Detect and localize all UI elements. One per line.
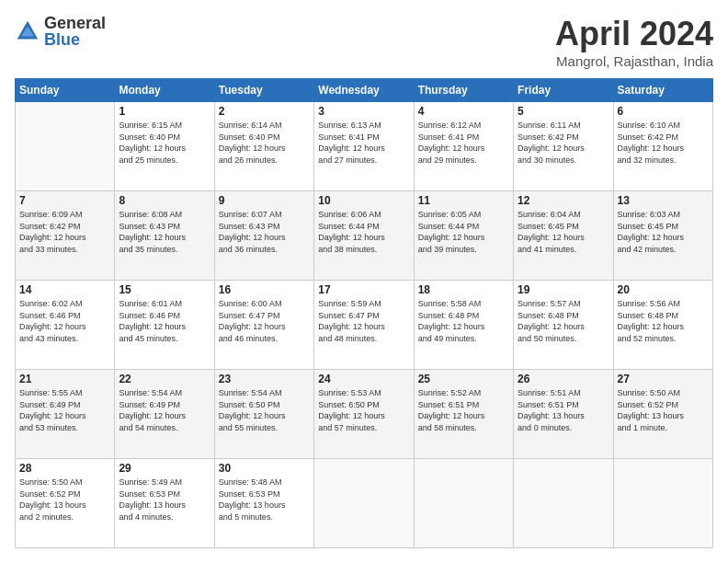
header: General Blue April 2024 Mangrol, Rajasth… [15,15,713,69]
logo-icon [15,18,40,44]
week-row: 21Sunrise: 5:55 AM Sunset: 6:49 PM Dayli… [16,370,713,459]
day-header: Friday [514,79,613,102]
day-cell [314,459,414,548]
day-number: 28 [19,462,110,475]
page: General Blue April 2024 Mangrol, Rajasth… [0,0,728,563]
day-number: 30 [219,462,310,475]
day-number: 15 [119,283,210,296]
day-cell: 21Sunrise: 5:55 AM Sunset: 6:49 PM Dayli… [16,370,115,459]
day-info: Sunrise: 6:05 AM Sunset: 6:44 PM Dayligh… [418,209,509,255]
day-cell: 23Sunrise: 5:54 AM Sunset: 6:50 PM Dayli… [214,370,313,459]
week-row: 7Sunrise: 6:09 AM Sunset: 6:42 PM Daylig… [16,191,713,281]
day-info: Sunrise: 6:04 AM Sunset: 6:45 PM Dayligh… [518,209,609,255]
logo-general: General [44,15,106,31]
day-info: Sunrise: 5:50 AM Sunset: 6:52 PM Dayligh… [618,387,709,433]
day-cell: 8Sunrise: 6:08 AM Sunset: 6:43 PM Daylig… [115,191,214,281]
day-cell: 24Sunrise: 5:53 AM Sunset: 6:50 PM Dayli… [314,370,414,459]
day-cell: 29Sunrise: 5:49 AM Sunset: 6:53 PM Dayli… [115,459,214,548]
day-cell: 20Sunrise: 5:56 AM Sunset: 6:48 PM Dayli… [613,281,712,370]
day-number: 12 [518,194,609,207]
day-info: Sunrise: 6:03 AM Sunset: 6:45 PM Dayligh… [618,209,709,255]
day-cell: 4Sunrise: 6:12 AM Sunset: 6:41 PM Daylig… [414,102,513,191]
day-info: Sunrise: 5:58 AM Sunset: 6:48 PM Dayligh… [418,298,509,344]
day-cell [16,102,115,191]
day-cell [414,459,513,548]
day-cell: 10Sunrise: 6:06 AM Sunset: 6:44 PM Dayli… [314,191,414,281]
day-header: Tuesday [214,79,313,102]
day-info: Sunrise: 5:49 AM Sunset: 6:53 PM Dayligh… [119,477,210,523]
day-header: Monday [115,79,214,102]
day-header: Sunday [16,79,115,102]
day-cell: 9Sunrise: 6:07 AM Sunset: 6:43 PM Daylig… [214,191,313,281]
title-month: April 2024 [555,15,713,53]
day-number: 18 [418,283,509,296]
day-cell: 14Sunrise: 6:02 AM Sunset: 6:46 PM Dayli… [16,281,115,370]
day-info: Sunrise: 6:06 AM Sunset: 6:44 PM Dayligh… [318,209,409,255]
day-number: 29 [119,462,210,475]
day-cell: 12Sunrise: 6:04 AM Sunset: 6:45 PM Dayli… [514,191,613,281]
day-header: Thursday [414,79,513,102]
day-info: Sunrise: 5:52 AM Sunset: 6:51 PM Dayligh… [418,387,509,433]
day-info: Sunrise: 6:00 AM Sunset: 6:47 PM Dayligh… [219,298,310,344]
header-row: SundayMondayTuesdayWednesdayThursdayFrid… [16,79,713,102]
day-info: Sunrise: 5:48 AM Sunset: 6:53 PM Dayligh… [219,477,310,523]
day-info: Sunrise: 6:13 AM Sunset: 6:41 PM Dayligh… [318,120,409,166]
day-info: Sunrise: 6:08 AM Sunset: 6:43 PM Dayligh… [119,209,210,255]
day-number: 17 [318,283,409,296]
day-cell: 3Sunrise: 6:13 AM Sunset: 6:41 PM Daylig… [314,102,414,191]
day-cell: 27Sunrise: 5:50 AM Sunset: 6:52 PM Dayli… [613,370,712,459]
day-cell: 18Sunrise: 5:58 AM Sunset: 6:48 PM Dayli… [414,281,513,370]
day-number: 24 [318,373,409,385]
logo: General Blue [15,15,106,48]
day-cell: 15Sunrise: 6:01 AM Sunset: 6:46 PM Dayli… [115,281,214,370]
day-number: 26 [518,373,609,385]
day-info: Sunrise: 6:07 AM Sunset: 6:43 PM Dayligh… [219,209,310,255]
logo-text: General Blue [44,15,106,48]
day-cell: 28Sunrise: 5:50 AM Sunset: 6:52 PM Dayli… [16,459,115,548]
week-row: 1Sunrise: 6:15 AM Sunset: 6:40 PM Daylig… [16,102,713,191]
day-cell: 7Sunrise: 6:09 AM Sunset: 6:42 PM Daylig… [16,191,115,281]
day-info: Sunrise: 6:09 AM Sunset: 6:42 PM Dayligh… [19,209,110,255]
week-row: 14Sunrise: 6:02 AM Sunset: 6:46 PM Dayli… [16,281,713,370]
calendar-table: SundayMondayTuesdayWednesdayThursdayFrid… [15,78,713,548]
title-location: Mangrol, Rajasthan, India [555,53,713,69]
day-header: Saturday [613,79,712,102]
day-number: 5 [518,105,609,118]
day-number: 10 [318,194,409,207]
day-number: 22 [119,373,210,385]
day-number: 11 [418,194,509,207]
day-number: 1 [119,105,210,118]
day-info: Sunrise: 6:10 AM Sunset: 6:42 PM Dayligh… [618,120,709,166]
day-cell: 22Sunrise: 5:54 AM Sunset: 6:49 PM Dayli… [115,370,214,459]
day-number: 16 [219,283,310,296]
day-info: Sunrise: 5:59 AM Sunset: 6:47 PM Dayligh… [318,298,409,344]
day-number: 27 [618,373,709,385]
day-cell: 1Sunrise: 6:15 AM Sunset: 6:40 PM Daylig… [115,102,214,191]
day-number: 23 [219,373,310,385]
day-info: Sunrise: 5:53 AM Sunset: 6:50 PM Dayligh… [318,387,409,433]
day-info: Sunrise: 6:11 AM Sunset: 6:42 PM Dayligh… [518,120,609,166]
day-number: 6 [618,105,709,118]
title-block: April 2024 Mangrol, Rajasthan, India [555,15,713,69]
day-cell: 16Sunrise: 6:00 AM Sunset: 6:47 PM Dayli… [214,281,313,370]
day-cell: 26Sunrise: 5:51 AM Sunset: 6:51 PM Dayli… [514,370,613,459]
day-number: 21 [19,373,110,385]
day-info: Sunrise: 5:57 AM Sunset: 6:48 PM Dayligh… [518,298,609,344]
day-cell: 19Sunrise: 5:57 AM Sunset: 6:48 PM Dayli… [514,281,613,370]
day-info: Sunrise: 6:02 AM Sunset: 6:46 PM Dayligh… [19,298,110,344]
day-cell [613,459,712,548]
day-number: 13 [618,194,709,207]
day-header: Wednesday [314,79,414,102]
day-info: Sunrise: 6:01 AM Sunset: 6:46 PM Dayligh… [119,298,210,344]
day-number: 25 [418,373,509,385]
day-info: Sunrise: 6:14 AM Sunset: 6:40 PM Dayligh… [219,120,310,166]
day-cell: 25Sunrise: 5:52 AM Sunset: 6:51 PM Dayli… [414,370,513,459]
day-cell: 30Sunrise: 5:48 AM Sunset: 6:53 PM Dayli… [214,459,313,548]
day-number: 7 [19,194,110,207]
day-info: Sunrise: 5:50 AM Sunset: 6:52 PM Dayligh… [19,477,110,523]
day-cell: 17Sunrise: 5:59 AM Sunset: 6:47 PM Dayli… [314,281,414,370]
day-number: 14 [19,283,110,296]
day-number: 20 [618,283,709,296]
day-info: Sunrise: 5:56 AM Sunset: 6:48 PM Dayligh… [618,298,709,344]
day-info: Sunrise: 6:12 AM Sunset: 6:41 PM Dayligh… [418,120,509,166]
